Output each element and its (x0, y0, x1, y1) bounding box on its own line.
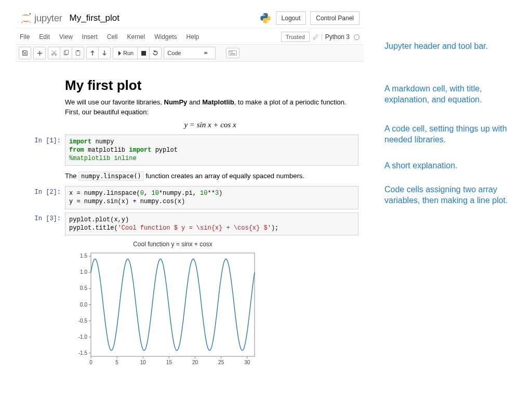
output-plot: Cool function y = sinx + cosx05101520253… (21, 238, 358, 373)
toolbar: Run Code (16, 44, 364, 62)
annotation-3: A code cell, setting things up with need… (384, 123, 520, 145)
code-cell-2[interactable]: In [2]: x = numpy.linspace(0, 10*numpy.p… (21, 186, 358, 209)
jupyter-icon (20, 12, 32, 24)
svg-text:5: 5 (115, 360, 118, 365)
paste-button[interactable] (72, 47, 84, 59)
menu-kernel[interactable]: Kernel (127, 33, 145, 41)
header-row: jupyter My_first_plot Logout Control Pan… (20, 11, 360, 25)
svg-text:0.5: 0.5 (80, 285, 87, 291)
svg-point-3 (263, 14, 264, 15)
menu-file[interactable]: File (20, 33, 30, 41)
input-prompt: In [3]: (21, 212, 65, 235)
svg-rect-13 (230, 51, 231, 52)
code-cell-1[interactable]: In [1]: import numpy from matplotlib imp… (21, 135, 358, 166)
svg-point-1 (21, 22, 22, 23)
inline-code: numpy.linspace() (78, 171, 144, 181)
python-icon (259, 12, 272, 24)
svg-text:-0.5: -0.5 (78, 318, 88, 324)
menu-insert[interactable]: Insert (82, 33, 98, 41)
markdown-cell-2[interactable]: The numpy.linspace() function creates an… (21, 169, 358, 183)
menu-view[interactable]: View (59, 33, 73, 41)
svg-point-0 (29, 13, 31, 15)
svg-text:1.5: 1.5 (80, 253, 87, 259)
svg-text:15: 15 (166, 360, 172, 365)
menu-widgets[interactable]: Widgets (154, 33, 177, 41)
code-input-3[interactable]: pyplot.plot(x,y) pyplot.title('Cool func… (65, 212, 358, 235)
svg-text:-1.0: -1.0 (78, 334, 88, 340)
annotations-overlay: Jupyter header and tool bar. A markdown … (384, 41, 520, 224)
kernel-status-icon (354, 34, 360, 40)
svg-point-2 (30, 22, 31, 23)
save-button[interactable] (19, 47, 31, 59)
jupyter-logo[interactable]: jupyter (20, 12, 62, 24)
svg-text:20: 20 (192, 360, 198, 365)
kernel-status-area: Trusted Python 3 (281, 32, 360, 42)
svg-text:1.0: 1.0 (80, 269, 87, 275)
svg-rect-16 (230, 54, 235, 55)
jupyter-header: jupyter My_first_plot Logout Control Pan… (16, 11, 364, 28)
command-palette-button[interactable] (226, 48, 240, 58)
svg-text:10: 10 (140, 360, 147, 365)
add-cell-button[interactable] (33, 47, 46, 59)
markdown-equation: y = sin x + cos x (65, 121, 355, 129)
run-button[interactable]: Run (113, 47, 138, 59)
code-cell-3[interactable]: In [3]: pyplot.plot(x,y) pyplot.title('C… (21, 212, 358, 235)
svg-text:Cool function y = sinx + cosx: Cool function y = sinx + cosx (133, 241, 212, 248)
celltype-select[interactable]: Code (164, 47, 216, 59)
code-input-1[interactable]: import numpy from matplotlib import pypl… (65, 135, 358, 166)
jupyter-window: jupyter My_first_plot Logout Control Pan… (16, 11, 364, 378)
markdown-cell-1[interactable]: My first plot We will use our favorite l… (21, 77, 358, 129)
notebook-title[interactable]: My_first_plot (70, 13, 119, 23)
menu-edit[interactable]: Edit (39, 33, 50, 41)
annotation-2: A markdown cell, with title, explanation… (384, 83, 520, 105)
markdown-paragraph: We will use our favorite libraries, NumP… (65, 98, 355, 117)
svg-rect-15 (232, 51, 233, 52)
restart-button[interactable] (149, 47, 162, 59)
svg-rect-14 (231, 51, 232, 52)
svg-rect-11 (141, 51, 146, 56)
svg-rect-10 (77, 50, 79, 51)
input-prompt: In [2]: (21, 186, 65, 209)
copy-button[interactable] (60, 47, 72, 59)
logout-button[interactable]: Logout (276, 11, 307, 25)
stop-button[interactable] (137, 47, 150, 59)
code-input-2[interactable]: x = numpy.linspace(0, 10*numpy.pi, 10**3… (65, 186, 358, 209)
menu-help[interactable]: Help (187, 33, 200, 41)
svg-text:-1.5: -1.5 (78, 350, 88, 356)
input-prompt: In [1]: (21, 135, 65, 166)
menu-cell[interactable]: Cell (107, 33, 118, 41)
logo-text: jupyter (34, 12, 62, 24)
move-down-button[interactable] (98, 47, 111, 59)
annotation-5: Code cells assigning two array variables… (384, 184, 520, 206)
move-up-button[interactable] (86, 47, 99, 59)
annotation-4: A short explanation. (384, 160, 520, 171)
svg-text:25: 25 (218, 360, 224, 365)
svg-point-4 (267, 21, 268, 22)
edit-icon[interactable] (313, 34, 318, 40)
svg-text:0: 0 (89, 360, 92, 365)
svg-text:0.0: 0.0 (80, 302, 87, 308)
svg-text:30: 30 (244, 360, 250, 365)
kernel-name[interactable]: Python 3 (325, 33, 350, 41)
line-plot: Cool function y = sinx + cosx05101520253… (65, 238, 262, 371)
menubar: File Edit View Insert Cell Kernel Widget… (16, 28, 364, 44)
annotation-1: Jupyter header and tool bar. (384, 41, 520, 52)
markdown-title: My first plot (65, 77, 355, 94)
trusted-badge[interactable]: Trusted (281, 32, 310, 42)
svg-rect-8 (65, 50, 69, 55)
control-panel-button[interactable]: Control Panel (310, 11, 360, 25)
cut-button[interactable] (48, 47, 60, 59)
notebook-area: My first plot We will use our favorite l… (16, 62, 364, 378)
svg-rect-18 (91, 253, 255, 356)
